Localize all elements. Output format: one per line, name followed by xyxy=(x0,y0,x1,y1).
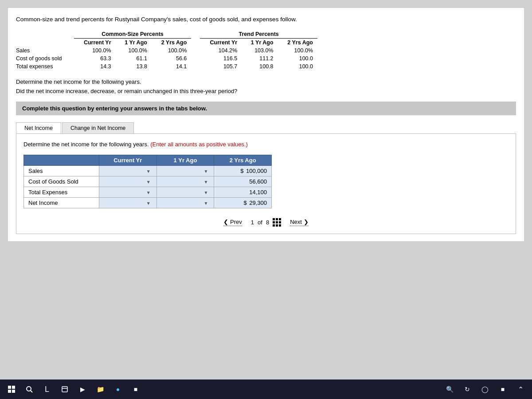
cs-2yr-val: 56.6 xyxy=(152,55,191,63)
tab-change-net-income[interactable]: Change in Net Income xyxy=(62,122,134,133)
page-info: 1 of 8 xyxy=(251,218,281,227)
page-current: 1 xyxy=(251,219,254,226)
inner-table-row: Cost of Goods Sold ▼ ▼ 56,600 xyxy=(24,176,272,187)
common-size-header: Common-Size Percents xyxy=(74,30,192,39)
tr-2yr-val: 100.0 xyxy=(278,63,317,70)
inner-row-label: Net Income xyxy=(24,198,99,208)
tray-icon-1[interactable]: 🔍 xyxy=(442,381,458,397)
tray-icon-3[interactable]: ◯ xyxy=(477,381,493,397)
tr-2yr-val: 100.0% xyxy=(278,47,317,55)
taskbar-window-icon[interactable] xyxy=(57,381,73,397)
cs-curr-val: 63.3 xyxy=(74,55,116,63)
complete-box: Complete this question by entering your … xyxy=(16,102,516,115)
svg-point-4 xyxy=(27,387,31,391)
tr-curr-val: 104.2% xyxy=(200,47,242,55)
start-button[interactable] xyxy=(4,381,20,397)
inner-1yr-input[interactable]: ▼ xyxy=(156,176,214,187)
inner-row-label: Total Expenses xyxy=(24,187,99,198)
tray-icon-2[interactable]: ↻ xyxy=(459,381,475,397)
main-content: Common-size and trend percents for Rusty… xyxy=(8,8,524,241)
currency-prefix: $ xyxy=(243,200,247,206)
yr2-value: 100,000 xyxy=(246,168,267,174)
tabs-row: Net Income Change in Net Income xyxy=(16,122,516,133)
tr-1yr-val: 100.8 xyxy=(242,63,278,70)
cs-col3-header: 2 Yrs Ago xyxy=(152,39,191,47)
top-table-row: Sales 100.0% 100.0% 100.0% 104.2% 103.0%… xyxy=(16,47,317,55)
next-button[interactable]: Next ❯ xyxy=(290,219,309,226)
inner-1yr-input[interactable]: ▼ xyxy=(156,198,214,208)
row-label: Sales xyxy=(16,47,74,55)
tr-curr-val: 105.7 xyxy=(200,63,242,70)
inner-yr2-cell: 14,100 xyxy=(214,187,272,198)
svg-rect-6 xyxy=(62,387,67,392)
cs-1yr-val: 13.8 xyxy=(116,63,152,70)
taskbar-file-icon[interactable]: L xyxy=(39,381,55,397)
inner-curr-input[interactable]: ▼ xyxy=(99,198,157,208)
inner-table-row: Net Income ▼ ▼ $ 29,300 xyxy=(24,198,272,208)
system-tray: 🔍 ↻ ◯ ■ ⌃ xyxy=(442,381,528,397)
inner-curr-input[interactable]: ▼ xyxy=(99,176,157,187)
taskbar-media-icon[interactable]: ▶ xyxy=(74,381,90,397)
tab-net-income[interactable]: Net Income xyxy=(16,122,61,133)
svg-rect-1 xyxy=(12,386,15,389)
tr-col2-header: 1 Yr Ago xyxy=(242,39,278,47)
cs-2yr-val: 100.0% xyxy=(152,47,191,55)
inner-curr-input[interactable]: ▼ xyxy=(99,187,157,198)
cs-col2-header: 1 Yr Ago xyxy=(116,39,152,47)
currency-prefix: $ xyxy=(240,168,244,174)
inner-col-2yr: 2 Yrs Ago xyxy=(214,155,272,166)
inner-row-label: Sales xyxy=(24,166,99,176)
chevron-up-icon[interactable]: ⌃ xyxy=(512,381,528,397)
tab-instruction-text: Determine the net income for the followi… xyxy=(23,141,149,148)
inner-yr2-cell: $ 100,000 xyxy=(214,166,272,176)
inner-col-label xyxy=(24,155,99,166)
top-table-row: Cost of goods sold 63.3 61.1 56.6 116.5 … xyxy=(16,55,317,63)
next-label: Next xyxy=(290,219,302,225)
tab-instruction-suffix: (Enter all amounts as positive values.) xyxy=(150,141,248,148)
row-label: Cost of goods sold xyxy=(16,55,74,63)
svg-rect-2 xyxy=(8,390,11,393)
search-button[interactable] xyxy=(21,381,37,397)
inner-curr-input[interactable]: ▼ xyxy=(99,166,157,176)
inner-col-1yr: 1 Yr Ago xyxy=(156,155,214,166)
yr2-value: 29,300 xyxy=(249,200,267,206)
cs-1yr-val: 61.1 xyxy=(116,55,152,63)
tray-icon-4[interactable]: ■ xyxy=(495,381,511,397)
inner-1yr-input[interactable]: ▼ xyxy=(156,166,214,176)
top-table-wrapper: Common-Size Percents Trend Percents Curr… xyxy=(16,30,516,70)
taskbar-browser-icon[interactable]: ● xyxy=(110,381,126,397)
inner-col-curr: Current Yr xyxy=(99,155,157,166)
tr-curr-val: 116.5 xyxy=(200,55,242,63)
question-section: Determine the net income for the followi… xyxy=(16,78,516,96)
tab-instruction: Determine the net income for the followi… xyxy=(23,140,509,149)
cs-2yr-val: 14.1 xyxy=(152,63,191,70)
prev-button[interactable]: ❮ Prev xyxy=(223,219,242,226)
top-table-row: Total expenses 14.3 13.8 14.1 105.7 100.… xyxy=(16,63,317,70)
common-size-trend-table: Common-Size Percents Trend Percents Curr… xyxy=(16,30,317,70)
nav-row: ❮ Prev 1 of 8 Next ❯ xyxy=(23,218,509,227)
cs-1yr-val: 100.0% xyxy=(116,47,152,55)
prev-label: Prev xyxy=(230,219,242,225)
svg-rect-0 xyxy=(8,386,11,389)
of-label: of xyxy=(258,219,262,226)
inner-yr2-cell: 56,600 xyxy=(214,176,272,187)
next-arrow-icon: ❯ xyxy=(304,219,309,225)
cs-curr-val: 14.3 xyxy=(74,63,116,70)
taskbar-color-icon[interactable]: ■ xyxy=(128,381,144,397)
inner-row-label: Cost of Goods Sold xyxy=(24,176,99,187)
grid-icon xyxy=(273,218,281,227)
question-line-2: Did the net income increase, decrease, o… xyxy=(16,87,516,96)
tr-1yr-val: 103.0% xyxy=(242,47,278,55)
cs-col1-header: Current Yr xyxy=(74,39,116,47)
cs-curr-val: 100.0% xyxy=(74,47,116,55)
taskbar: L ▶ 📁 ● ■ 🔍 ↻ ◯ ■ ⌃ xyxy=(0,379,532,399)
inner-table: Current Yr 1 Yr Ago 2 Yrs Ago Sales ▼ ▼ … xyxy=(23,155,272,208)
taskbar-folder-icon[interactable]: 📁 xyxy=(92,381,108,397)
prev-arrow-icon: ❮ xyxy=(223,219,228,225)
intro-text: Common-size and trend percents for Rusty… xyxy=(16,15,516,24)
tr-col3-header: 2 Yrs Ago xyxy=(278,39,317,47)
inner-table-row: Sales ▼ ▼ $ 100,000 xyxy=(24,166,272,176)
inner-1yr-input[interactable]: ▼ xyxy=(156,187,214,198)
svg-line-5 xyxy=(31,391,32,392)
page-total: 8 xyxy=(266,219,269,226)
